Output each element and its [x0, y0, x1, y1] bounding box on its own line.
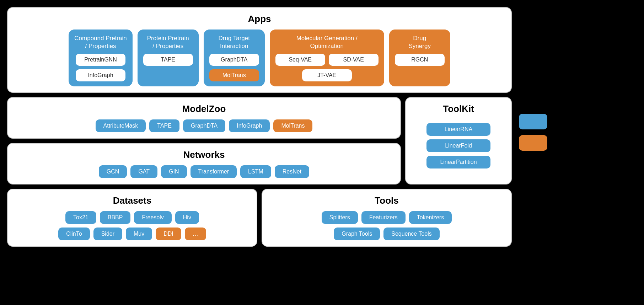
pretrain-gnn-item[interactable]: PretrainGNN: [76, 54, 125, 66]
infograph-item[interactable]: InfoGraph: [76, 69, 125, 81]
apps-row: Compound Pretrain/ Properties PretrainGN…: [69, 30, 450, 86]
legend-blue-item: [519, 114, 547, 129]
modelzoo-pills: AttributeMask TAPE GraphDTA InfoGraph Mo…: [15, 119, 393, 132]
gat-pill[interactable]: GAT: [130, 165, 157, 178]
app-card-mol-gen: Molecular Generation /Optimization Seq-V…: [270, 30, 384, 86]
tox21-pill[interactable]: Tox21: [65, 211, 96, 224]
app-card-protein-pretrain-title: Protein Pretrain/ Properties: [147, 34, 189, 50]
legend-orange-item: [519, 135, 547, 151]
sequence-tools-pill[interactable]: Sequence Tools: [383, 228, 440, 240]
gcn-pill[interactable]: GCN: [99, 165, 127, 178]
tools-section: Tools Splitters Featurizers Tokenizers G…: [262, 189, 512, 247]
app-card-compound-pretrain: Compound Pretrain/ Properties PretrainGN…: [69, 30, 132, 86]
graphdta-item-apps[interactable]: GraphDTA: [209, 54, 259, 66]
seq-vae-item[interactable]: Seq-VAE: [275, 54, 325, 66]
tape-item-apps[interactable]: TAPE: [143, 54, 193, 66]
app-card-protein-pretrain: Protein Pretrain/ Properties TAPE: [138, 30, 199, 86]
freesolv-pill[interactable]: Freesolv: [134, 211, 171, 224]
left-col: ModelZoo AttributeMask TAPE GraphDTA Inf…: [7, 97, 401, 184]
clinto-pill[interactable]: ClinTo: [58, 228, 90, 240]
networks-section: Networks GCN GAT GIN Transformer LSTM Re…: [7, 143, 401, 184]
datasets-title: Datasets: [15, 195, 249, 206]
ellipsis-pill[interactable]: …: [185, 228, 206, 240]
row-two: ModelZoo AttributeMask TAPE GraphDTA Inf…: [7, 97, 512, 184]
datasets-pills-row2: ClinTo Sider Muv DDI …: [15, 228, 249, 240]
resnet-pill[interactable]: ResNet: [275, 165, 309, 178]
networks-pills: GCN GAT GIN Transformer LSTM ResNet: [15, 165, 393, 178]
sider-pill[interactable]: Sider: [93, 228, 122, 240]
moltrans-pill-modelzoo[interactable]: MolTrans: [273, 119, 312, 132]
linearfold-item[interactable]: LinearFold: [426, 139, 490, 152]
networks-title: Networks: [15, 149, 393, 160]
transformer-pill[interactable]: Transformer: [190, 165, 237, 178]
sd-vae-item[interactable]: SD-VAE: [329, 54, 379, 66]
legend-orange-box: [519, 135, 547, 151]
toolkit-title: ToolKit: [443, 103, 474, 114]
infograph-pill-modelzoo[interactable]: InfoGraph: [229, 119, 270, 132]
tape-pill-modelzoo[interactable]: TAPE: [149, 119, 179, 132]
app-card-drug-target-title: Drug TargetInteraction: [218, 34, 250, 50]
gin-pill[interactable]: GIN: [161, 165, 187, 178]
app-card-drug-synergy: DrugSynergy RGCN: [389, 30, 450, 86]
graphdta-pill-modelzoo[interactable]: GraphDTA: [183, 119, 225, 132]
linearpartition-item[interactable]: LinearPartition: [426, 156, 490, 168]
app-card-drug-synergy-title: DrugSynergy: [409, 34, 431, 50]
featurizers-pill[interactable]: Featurizers: [361, 211, 406, 224]
rgcn-item[interactable]: RGCN: [395, 54, 445, 66]
app-card-mol-gen-title: Molecular Generation /Optimization: [296, 34, 358, 50]
modelzoo-title: ModelZoo: [15, 103, 393, 114]
app-card-compound-pretrain-title: Compound Pretrain/ Properties: [74, 34, 127, 50]
toolkit-section: ToolKit LinearRNA LinearFold LinearParti…: [405, 97, 512, 184]
datasets-section: Datasets Tox21 BBBP Freesolv Hiv ClinTo …: [7, 189, 257, 247]
datasets-pills: Tox21 BBBP Freesolv Hiv: [15, 211, 249, 224]
ddi-pill[interactable]: DDI: [156, 228, 181, 240]
graph-tools-pill[interactable]: Graph Tools: [334, 228, 380, 240]
splitters-pill[interactable]: Splitters: [322, 211, 358, 224]
row-three: Datasets Tox21 BBBP Freesolv Hiv ClinTo …: [7, 189, 512, 247]
tools-title: Tools: [269, 195, 504, 206]
tools-pills-row2: Graph Tools Sequence Tools: [269, 228, 504, 240]
jt-vae-item[interactable]: JT-VAE: [302, 69, 352, 81]
legend: [519, 114, 547, 151]
tokenizers-pill[interactable]: Tokenizers: [409, 211, 452, 224]
bbbp-pill[interactable]: BBBP: [100, 211, 131, 224]
legend-blue-box: [519, 114, 547, 129]
app-card-drug-target: Drug TargetInteraction GraphDTA MolTrans: [204, 30, 265, 86]
hiv-pill[interactable]: Hiv: [175, 211, 199, 224]
modelzoo-section: ModelZoo AttributeMask TAPE GraphDTA Inf…: [7, 97, 401, 139]
muv-pill[interactable]: Muv: [126, 228, 152, 240]
apps-title: Apps: [248, 14, 271, 25]
linearrna-item[interactable]: LinearRNA: [426, 123, 490, 136]
lstm-pill[interactable]: LSTM: [240, 165, 271, 178]
tools-pills-row1: Splitters Featurizers Tokenizers: [269, 211, 504, 224]
moltrans-item-apps[interactable]: MolTrans: [209, 69, 259, 81]
attributemask-pill[interactable]: AttributeMask: [96, 119, 146, 132]
apps-section: Apps Compound Pretrain/ Properties Pretr…: [7, 7, 512, 93]
